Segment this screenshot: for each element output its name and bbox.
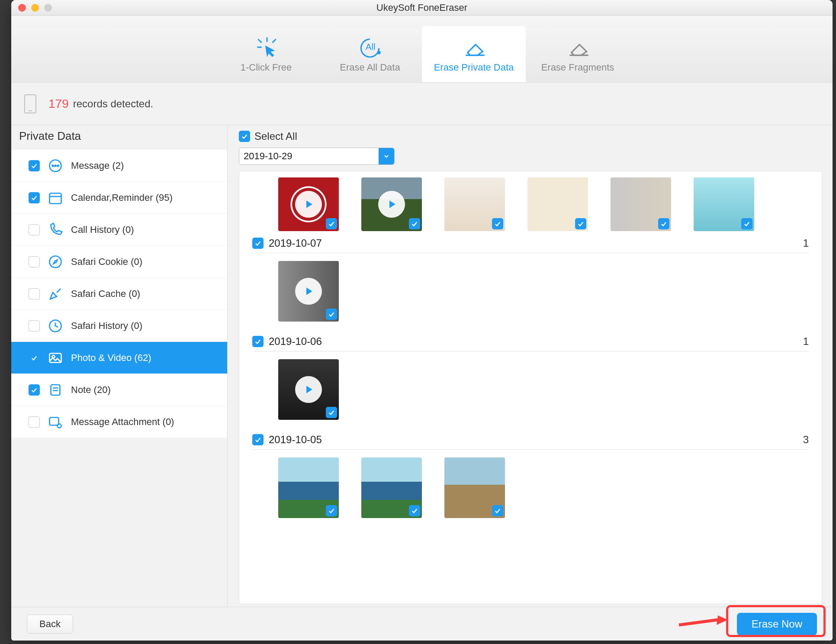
main-panel: Select All 2019-10-29 [228,125,833,607]
thumbnail-item[interactable] [278,261,339,322]
checkbox[interactable] [29,320,40,332]
category-label: Calendar,Reminder (95) [71,192,173,203]
checkbox[interactable] [29,288,40,299]
thumbnail-item[interactable] [361,177,422,231]
thumb-checkbox[interactable] [492,218,503,229]
date-checkbox[interactable] [252,238,264,249]
thumbnail-item[interactable] [444,457,505,518]
checkbox[interactable] [29,352,40,364]
phone-icon [24,94,36,113]
category-label: Safari Cookie (0) [71,256,142,267]
checkbox[interactable] [29,256,40,267]
checkbox[interactable] [29,416,40,428]
eraser-fragments-icon [563,35,592,58]
svg-point-10 [55,165,56,166]
thumb-checkbox[interactable] [326,218,337,229]
tab-erase-fragments[interactable]: Erase Fragments [526,26,630,82]
date-checkbox[interactable] [252,434,264,445]
category-label: Note (20) [71,384,111,396]
attachment-icon [48,414,63,430]
thumb-checkbox[interactable] [741,218,752,229]
svg-marker-24 [306,200,312,208]
message-icon [48,158,63,174]
tab-1click-free[interactable]: 1-Click Free [214,26,318,82]
erase-now-button[interactable]: Erase Now [737,613,817,635]
brush-icon [48,286,63,302]
thumb-checkbox[interactable] [658,218,669,229]
date-filter-select[interactable]: 2019-10-29 [239,148,395,165]
thumb-checkbox[interactable] [326,505,337,516]
checkbox[interactable] [29,160,40,171]
date-count: 1 [803,237,809,249]
thumb-checkbox[interactable] [409,218,420,229]
tab-label: Erase Private Data [434,62,514,73]
category-label: Call History (0) [71,224,134,235]
svg-point-23 [58,424,61,428]
checkbox[interactable] [29,224,40,235]
checkbox[interactable] [29,384,40,396]
thumbnail-gallery[interactable]: 2019-10-07 1 2019-10-06 1 [239,171,822,604]
svg-rect-19 [51,385,60,395]
tab-erase-private[interactable]: Erase Private Data [422,26,526,82]
thumbnail-item[interactable] [694,177,754,231]
thumb-checkbox[interactable] [409,505,420,516]
clock-icon [48,318,63,334]
svg-point-11 [58,165,59,166]
category-label: Safari History (0) [71,320,142,332]
category-safari-cache[interactable]: Safari Cache (0) [11,278,227,310]
erase-all-icon: All [356,35,384,58]
note-icon [48,382,63,398]
close-window-button[interactable] [18,4,26,12]
category-calendar[interactable]: Calendar,Reminder (95) [11,182,227,214]
date-label: 2019-10-07 [269,237,322,249]
thumbnail-item[interactable] [278,177,339,231]
zoom-window-button[interactable] [44,4,52,12]
thumbnail-item[interactable] [278,457,339,518]
thumbnail-item[interactable] [611,177,671,231]
status-bar: 179 records detected. [11,83,833,125]
window-controls [18,4,52,12]
record-count: 179 [48,97,69,111]
sidebar: Private Data Message (2) Calendar,Remind… [11,125,228,607]
date-count: 3 [803,434,809,446]
svg-text:All: All [366,42,376,52]
thumb-checkbox[interactable] [326,407,337,418]
minimize-window-button[interactable] [31,4,39,12]
tab-label: Erase Fragments [541,62,614,73]
date-filter-value: 2019-10-29 [244,151,293,162]
phone-call-icon [48,222,63,238]
footer: Back Erase Now [11,607,833,641]
toolbar: 1-Click Free All Erase All Data Erase Pr… [11,16,833,83]
thumbnail-item[interactable] [361,457,422,518]
checkbox[interactable] [29,192,40,203]
select-all-checkbox[interactable] [239,131,250,142]
category-call-history[interactable]: Call History (0) [11,214,227,246]
category-safari-history[interactable]: Safari History (0) [11,310,227,342]
thumbnail-item[interactable] [527,177,588,231]
date-checkbox[interactable] [252,336,264,347]
select-all-label: Select All [254,130,297,142]
category-note[interactable]: Note (20) [11,374,227,406]
chevron-down-icon [379,148,394,164]
category-message[interactable]: Message (2) [11,150,227,182]
thumb-checkbox[interactable] [492,505,503,516]
thumbnail-item[interactable] [444,177,505,231]
back-button[interactable]: Back [27,615,73,634]
cursor-spark-icon [252,35,280,58]
thumb-checkbox[interactable] [326,309,337,320]
category-message-attachment[interactable]: Message Attachment (0) [11,406,227,438]
thumbnail-item[interactable] [278,359,339,420]
play-icon [295,278,322,305]
tab-erase-all[interactable]: All Erase All Data [318,26,422,82]
date-label: 2019-10-06 [269,335,322,348]
tab-label: 1-Click Free [241,62,292,73]
category-photo-video[interactable]: Photo & Video (62) [11,342,227,374]
category-safari-cookie[interactable]: Safari Cookie (0) [11,246,227,278]
svg-marker-25 [389,200,395,208]
status-text: records detected. [73,98,153,110]
thumb-checkbox[interactable] [575,218,586,229]
date-header: 2019-10-06 1 [252,332,809,351]
sidebar-title: Private Data [11,125,227,150]
svg-rect-22 [50,417,59,425]
svg-line-2 [272,39,276,43]
